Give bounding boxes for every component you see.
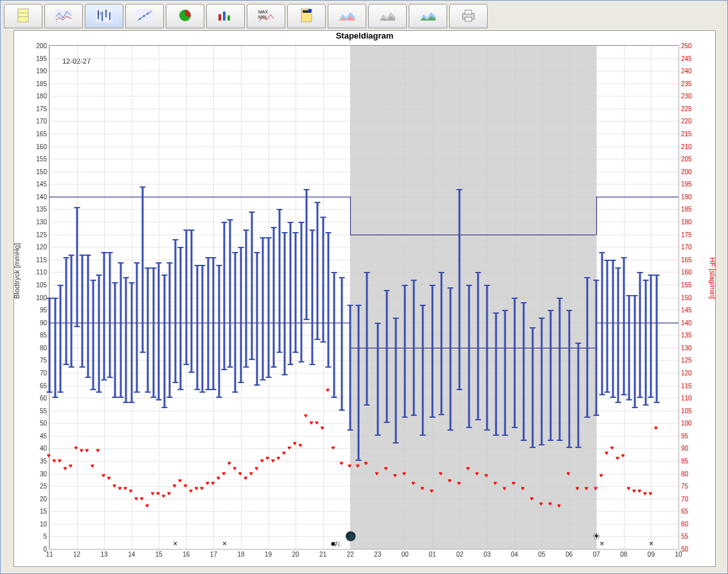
hr-point[interactable]: ♥: [326, 388, 331, 393]
bp-bar[interactable]: [169, 262, 171, 398]
hr-point[interactable]: ♥: [162, 494, 167, 499]
hr-point[interactable]: ♥: [610, 445, 616, 451]
bp-bar[interactable]: [54, 298, 56, 399]
hr-point[interactable]: ♥: [112, 483, 118, 489]
hr-point[interactable]: ♥: [321, 426, 326, 431]
hr-point[interactable]: ♥: [195, 486, 200, 491]
bp-bar[interactable]: [559, 298, 561, 441]
bp-bar[interactable]: [531, 327, 533, 448]
hr-point[interactable]: ♥: [567, 471, 572, 476]
hr-point[interactable]: ♥: [530, 496, 535, 501]
hr-point[interactable]: ♥: [466, 466, 472, 471]
hr-point[interactable]: ♥: [402, 471, 407, 476]
bp-bar[interactable]: [577, 343, 579, 448]
hr-point[interactable]: ♥: [271, 458, 276, 463]
bp-bar[interactable]: [235, 252, 236, 393]
hr-point[interactable]: ♥: [64, 466, 69, 471]
hr-point[interactable]: ♥: [178, 478, 183, 483]
hr-point[interactable]: ♥: [145, 503, 150, 508]
bp-bar[interactable]: [650, 274, 652, 398]
hr-point[interactable]: ♥: [53, 458, 58, 463]
bp-bar[interactable]: [541, 318, 543, 446]
bp-bar[interactable]: [295, 232, 297, 353]
hr-point[interactable]: ♥: [332, 445, 337, 451]
hr-point[interactable]: ♥: [339, 461, 344, 466]
hr-point[interactable]: ♥: [493, 481, 499, 486]
hr-point[interactable]: ♥: [134, 496, 139, 501]
hr-point[interactable]: ♥: [123, 486, 129, 491]
hr-point[interactable]: ♥: [238, 471, 244, 476]
bp-bar[interactable]: [278, 209, 280, 352]
bp-bar[interactable]: [240, 247, 242, 382]
table-button[interactable]: [4, 4, 42, 28]
hr-point[interactable]: ♥: [288, 445, 293, 451]
bp-bar[interactable]: [504, 310, 506, 436]
hr-point[interactable]: ♥: [80, 448, 85, 453]
hr-point[interactable]: ♥: [299, 443, 304, 448]
bp-bar[interactable]: [93, 280, 94, 390]
bp-bar[interactable]: [596, 280, 598, 415]
hr-point[interactable]: ♥: [244, 476, 249, 481]
hr-point[interactable]: ♥: [430, 489, 435, 494]
bp-bar[interactable]: [130, 282, 132, 403]
bp-bar[interactable]: [350, 305, 351, 431]
bp-bar[interactable]: [262, 237, 264, 381]
hr-point[interactable]: ♥: [384, 466, 389, 471]
bp-bar[interactable]: [71, 255, 73, 368]
bp-bar[interactable]: [98, 274, 100, 393]
bp-bar[interactable]: [486, 285, 488, 431]
hr-point[interactable]: ♥: [626, 486, 632, 491]
hr-point[interactable]: ♥: [277, 456, 282, 461]
bp-bar[interactable]: [49, 298, 51, 393]
bp-bar[interactable]: [617, 267, 619, 403]
hr-point[interactable]: ♥: [304, 413, 309, 418]
hr-point[interactable]: ♥: [140, 496, 145, 501]
area-chart-2-button[interactable]: [368, 4, 407, 28]
calculator-button[interactable]: [287, 4, 326, 28]
bp-bar[interactable]: [341, 277, 343, 410]
bp-bar[interactable]: [366, 272, 368, 405]
bp-bar[interactable]: [431, 285, 433, 418]
bp-bar[interactable]: [333, 272, 335, 398]
hr-point[interactable]: ♥: [222, 471, 227, 476]
bp-bar[interactable]: [191, 229, 193, 373]
bp-bar[interactable]: [284, 232, 286, 375]
bp-bar[interactable]: [550, 310, 552, 441]
hr-point[interactable]: ♥: [576, 486, 581, 491]
bp-bar[interactable]: [422, 305, 424, 436]
bp-bar[interactable]: [306, 189, 308, 320]
hr-point[interactable]: ♥: [315, 420, 320, 426]
hr-point[interactable]: ♥: [484, 473, 490, 478]
bp-bar[interactable]: [377, 323, 378, 436]
hr-point[interactable]: ♥: [200, 486, 205, 491]
hr-point[interactable]: ♥: [260, 458, 265, 463]
area-chart-1-button[interactable]: [328, 4, 366, 28]
bp-bar[interactable]: [522, 302, 524, 440]
hr-point[interactable]: ♥: [227, 461, 233, 466]
hr-point[interactable]: ♥: [512, 481, 517, 486]
hr-point[interactable]: ♥: [599, 473, 605, 478]
hr-point[interactable]: ♥: [69, 463, 74, 469]
bp-bar[interactable]: [207, 257, 209, 390]
bp-bar[interactable]: [450, 287, 452, 431]
bp-bar[interactable]: [311, 229, 313, 365]
hr-point[interactable]: ♥: [502, 486, 508, 491]
bp-bar[interactable]: [224, 222, 226, 370]
hr-point[interactable]: ♥: [211, 481, 216, 486]
bar-chart-button[interactable]: [206, 4, 245, 28]
scatter-button[interactable]: [125, 4, 164, 28]
bp-bar[interactable]: [628, 295, 630, 400]
bp-bar[interactable]: [114, 282, 116, 398]
hr-point[interactable]: ♥: [594, 486, 599, 491]
hr-point[interactable]: ♥: [621, 453, 626, 458]
bp-bar[interactable]: [477, 272, 479, 420]
bp-bar[interactable]: [413, 280, 415, 415]
hr-point[interactable]: ♥: [189, 489, 194, 494]
bp-bar[interactable]: [586, 277, 588, 418]
hr-point[interactable]: ♥: [184, 483, 189, 489]
hr-point[interactable]: ♥: [475, 471, 481, 476]
bp-bar[interactable]: [158, 262, 160, 400]
bp-bar[interactable]: [174, 239, 176, 382]
bp-bar[interactable]: [87, 255, 89, 378]
hr-point[interactable]: ♥: [375, 471, 380, 476]
